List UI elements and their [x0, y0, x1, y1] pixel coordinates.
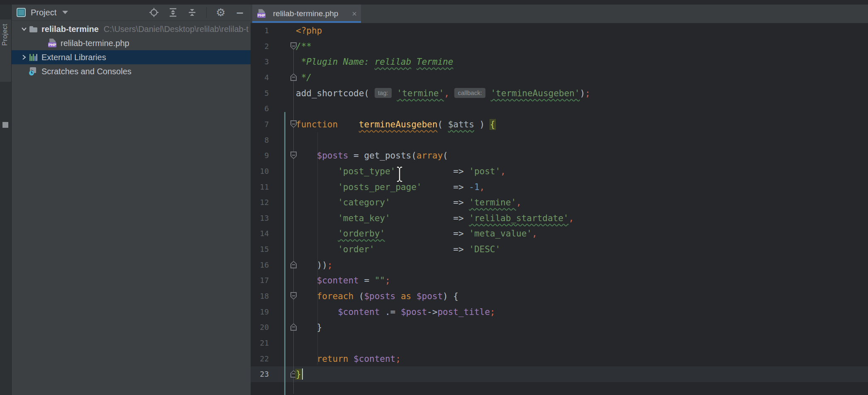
tree-item-root-folder[interactable]: relilab-termineC:\Users\Daniel\Desktop\r… — [12, 22, 251, 36]
code-text: 'category' => 'termine', — [296, 195, 522, 210]
tree-item-label: relilab-termine.php — [61, 39, 129, 48]
code-line-13[interactable]: 13 'meta_key' => 'relilab_startdate', — [251, 210, 868, 226]
line-number: 15 — [251, 241, 269, 257]
tree-item-label: relilab-termine — [41, 24, 99, 34]
collapse-all-icon[interactable] — [187, 7, 197, 17]
code-text: 'order' => 'DESC' — [296, 241, 500, 257]
project-panel-title[interactable]: Project — [31, 8, 56, 17]
line-number: 6 — [251, 101, 269, 117]
code-text: } — [296, 366, 303, 382]
code-text: *Plugin Name: relilab Termine — [296, 54, 453, 70]
tree-item-php-file[interactable]: PHPrelilab-termine.php — [12, 36, 251, 50]
chevron-none-icon — [21, 68, 27, 75]
code-line-17[interactable]: 17 $content = ""; — [251, 273, 868, 288]
code-line-4[interactable]: 4 */ — [251, 70, 868, 85]
project-panel-header: Project ⚙– — [12, 5, 251, 21]
line-number: 4 — [251, 70, 269, 85]
chevron-none-icon — [40, 40, 46, 46]
line-number: 3 — [251, 54, 269, 70]
phpstorm-window: Project Project ⚙– relilab-termineC:\Use… — [0, 0, 868, 395]
tab-relilab-termine-php[interactable]: PHP relilab-termine.php × — [252, 5, 361, 23]
line-number: 19 — [251, 304, 269, 320]
code-line-19[interactable]: 19 $content .= $post->post_title; — [251, 304, 868, 320]
tree-item-scratches[interactable]: >_Scratches and Consoles — [12, 64, 251, 78]
tree-item-path: C:\Users\Daniel\Desktop\relilab\relilab-… — [104, 24, 249, 34]
line-number: 1 — [251, 23, 269, 39]
tree-item-label: Scratches and Consoles — [41, 67, 132, 76]
code-text: return $content; — [296, 351, 401, 367]
php-file-icon: PHP — [257, 9, 266, 18]
line-number: 21 — [251, 335, 269, 351]
editor-tab-bar: PHP relilab-termine.php × — [251, 5, 868, 23]
project-toolwindow-icon — [17, 8, 26, 17]
code-line-23[interactable]: 23} — [251, 366, 868, 382]
line-number: 9 — [251, 148, 269, 163]
code-line-3[interactable]: 3 *Plugin Name: relilab Termine — [251, 54, 868, 70]
scratch-icon: >_ — [29, 67, 38, 76]
tree-item-label: External Libraries — [41, 53, 106, 62]
window-top-strip — [0, 0, 868, 5]
code-line-2[interactable]: 2/** — [251, 39, 868, 54]
settings-icon[interactable]: ⚙ — [216, 7, 226, 17]
chevron-down-icon[interactable] — [21, 26, 27, 32]
code-line-12[interactable]: 12 'category' => 'termine', — [251, 195, 868, 210]
code-line-6[interactable]: 6 — [251, 101, 868, 117]
line-number: 18 — [251, 288, 269, 304]
code-line-9[interactable]: 9 $posts = get_posts(array( — [251, 148, 868, 163]
line-number: 2 — [251, 39, 269, 54]
code-line-15[interactable]: 15 'order' => 'DESC' — [251, 241, 868, 257]
line-number: 14 — [251, 226, 269, 241]
line-number: 16 — [251, 257, 269, 273]
line-number: 13 — [251, 210, 269, 226]
line-number: 12 — [251, 195, 269, 210]
mouse-ibeam-cursor — [394, 165, 405, 183]
code-line-7[interactable]: 7function termineAusgeben( $atts ) { — [251, 117, 868, 132]
close-icon[interactable]: × — [352, 10, 357, 18]
code-text: 'posts_per_page' => -1, — [296, 179, 485, 195]
project-panel: Project ⚙– relilab-termineC:\Users\Danie… — [12, 5, 251, 395]
hide-icon[interactable]: – — [235, 7, 245, 17]
line-number: 22 — [251, 351, 269, 367]
code-text: } — [296, 319, 322, 335]
code-line-18[interactable]: 18 foreach ($posts as $post) { — [251, 288, 868, 304]
code-line-5[interactable]: 5add_shortcode( tag: 'termine', callback… — [251, 85, 868, 101]
code-text: <?php — [296, 23, 322, 39]
code-text: $content .= $post->post_title; — [296, 304, 495, 320]
line-number: 23 — [251, 366, 269, 382]
code-line-8[interactable]: 8 — [251, 132, 868, 148]
locate-icon[interactable] — [149, 7, 159, 17]
code-line-16[interactable]: 16 )); — [251, 257, 868, 273]
code-text: */ — [296, 70, 312, 85]
project-tree: relilab-termineC:\Users\Daniel\Desktop\r… — [12, 22, 251, 78]
editor-area: PHP relilab-termine.php × 1<?php2/**3 *P… — [251, 5, 868, 395]
code-text: add_shortcode( tag: 'termine', callback:… — [296, 85, 590, 101]
code-text: $posts = get_posts(array( — [296, 148, 448, 163]
code-text: /** — [296, 39, 312, 54]
code-line-20[interactable]: 20 } — [251, 319, 868, 335]
line-number: 7 — [251, 117, 269, 132]
project-toolwindow-button[interactable]: Project — [0, 20, 11, 82]
code-line-14[interactable]: 14 'orderby' => 'meta_value', — [251, 226, 868, 241]
text-caret — [302, 368, 303, 380]
expand-all-icon[interactable] — [168, 7, 178, 17]
chevron-right-icon[interactable] — [21, 54, 27, 61]
tree-item-external-libraries[interactable]: External Libraries — [12, 50, 251, 64]
parameter-hint: callback: — [454, 88, 485, 98]
folder-icon — [29, 24, 38, 34]
code-text: function termineAusgeben( $atts ) { — [296, 117, 495, 132]
code-text: foreach ($posts as $post) { — [296, 288, 458, 304]
toolwindow-stripe-icon[interactable] — [2, 122, 8, 128]
library-icon — [29, 53, 38, 62]
code-line-1[interactable]: 1<?php — [251, 23, 868, 39]
code-line-11[interactable]: 11 'posts_per_page' => -1, — [251, 179, 868, 195]
activity-bar: Project — [0, 5, 12, 395]
chevron-down-icon[interactable] — [62, 11, 68, 14]
code-line-21[interactable]: 21 — [251, 335, 868, 351]
line-number: 5 — [251, 85, 269, 101]
code-editor[interactable]: 1<?php2/**3 *Plugin Name: relilab Termin… — [251, 23, 868, 395]
code-line-22[interactable]: 22 return $content; — [251, 351, 868, 367]
parameter-hint: tag: — [375, 88, 392, 98]
code-line-10[interactable]: 10 'post_type' => 'post', — [251, 163, 868, 179]
line-number: 11 — [251, 179, 269, 195]
line-number: 20 — [251, 319, 269, 335]
